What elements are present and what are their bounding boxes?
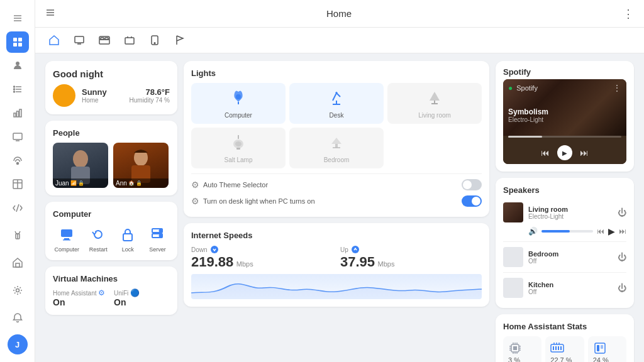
light-desk-label: Desk: [330, 112, 344, 119]
ha-stats-title: Home Assistant Stats: [503, 322, 626, 331]
svg-rect-80: [553, 346, 554, 350]
computer-card: Computer Computer: [45, 202, 177, 260]
svg-rect-61: [335, 144, 338, 148]
desk-pc-label: Turn on desk light when PC turns on: [203, 197, 458, 205]
person-ann-label: Ann 🏠 🔒: [113, 178, 169, 188]
user-avatar[interactable]: J: [8, 334, 28, 354]
speaker-bedroom-power-icon[interactable]: ⏻: [618, 252, 626, 262]
speed-row: Down 219.88 Mbps Up: [191, 245, 482, 270]
light-bedroom-label: Bedroom: [324, 156, 350, 163]
nav-display-icon[interactable]: [70, 31, 88, 49]
sidebar-item-chart[interactable]: [6, 102, 29, 124]
svg-rect-60: [236, 148, 240, 150]
auto-theme-icon: ⚙: [191, 180, 199, 190]
sidebar-item-notifications[interactable]: [6, 307, 29, 329]
toggle-auto-theme: ⚙ Auto Theme Selector: [191, 177, 482, 193]
light-computer[interactable]: Computer: [191, 83, 286, 124]
people-card: People Juan 📶 🔒: [45, 121, 177, 195]
sidebar-item-media[interactable]: [6, 126, 29, 148]
sidebar-item-settings[interactable]: [6, 279, 29, 302]
sidebar-item-dashboard[interactable]: [6, 31, 29, 53]
sidebar-item-tools[interactable]: [6, 224, 29, 246]
speaker-living-volume-row: 🔊 ⏮ ▶ ⏭: [503, 225, 626, 239]
light-bedroom[interactable]: Bedroom: [289, 128, 384, 168]
nav-bed-icon[interactable]: [96, 31, 113, 49]
svg-point-50: [160, 230, 162, 232]
person-ann[interactable]: Ann 🏠 🔒: [113, 143, 169, 188]
nav-phone-icon[interactable]: [146, 31, 164, 49]
sidebar-item-network[interactable]: [6, 150, 29, 172]
restart-btn[interactable]: Restart: [87, 224, 109, 253]
spotify-title: Spotify: [496, 61, 634, 79]
sidebar-menu-icon[interactable]: [6, 8, 29, 29]
speaker-living-power-icon[interactable]: ⏻: [618, 207, 626, 217]
sidebar-item-list[interactable]: [6, 79, 29, 100]
light-living[interactable]: Living room: [387, 83, 482, 124]
vms-title: Virtual Machines: [53, 274, 170, 283]
weather-location: Home: [82, 97, 107, 104]
svg-point-13: [13, 91, 14, 92]
volume-bar[interactable]: [541, 230, 593, 233]
svg-point-63: [211, 246, 218, 253]
spotify-prev-icon[interactable]: ⏮: [541, 148, 550, 158]
auto-theme-toggle[interactable]: [462, 179, 482, 190]
server-btn[interactable]: Server: [147, 224, 168, 253]
internet-card: Internet Speeds Down 219.88 Mbps: [184, 223, 489, 307]
sidebar: J: [0, 0, 35, 362]
spotify-play-icon[interactable]: ▶: [557, 145, 572, 160]
spotify-progress-bar[interactable]: [508, 136, 621, 138]
speakers-title: Speakers: [503, 185, 626, 195]
speed-graph: [191, 274, 482, 299]
nav-rooms-icon[interactable]: [121, 31, 138, 49]
speed-up-unit: Mbps: [378, 260, 395, 268]
lights-grid: Computer Desk: [191, 83, 482, 168]
header-options-icon[interactable]: ⋮: [623, 7, 634, 21]
svg-point-51: [160, 235, 162, 237]
desk-pc-toggle[interactable]: [462, 195, 482, 207]
vm-unifi[interactable]: UniFi 🔵 On: [114, 288, 170, 307]
speaker-kitchen-track: Off: [528, 288, 613, 295]
sidebar-item-person[interactable]: [6, 55, 29, 77]
header-menu-icon[interactable]: [45, 8, 55, 20]
spotify-track-name: Symbolism: [508, 107, 548, 116]
person-juan[interactable]: Juan 📶 🔒: [53, 143, 108, 188]
vm-ha[interactable]: Home Assistant ⚙ On: [53, 288, 109, 307]
stat-ram: 22.7 % RAM: [545, 336, 584, 362]
svg-rect-5: [13, 43, 17, 47]
speed-up-label: Up: [340, 245, 482, 254]
speaker-kitchen-thumb: [503, 278, 523, 298]
speaker-kitchen-power-icon[interactable]: ⏻: [618, 283, 626, 293]
svg-rect-44: [61, 229, 72, 237]
main-area: Home ⋮: [35, 0, 644, 362]
light-salt[interactable]: Salt Lamp: [191, 128, 286, 168]
page-title: Home: [63, 8, 615, 19]
svg-rect-17: [13, 133, 22, 140]
light-salt-icon: [230, 133, 247, 154]
spotify-options-icon[interactable]: ⋮: [613, 83, 621, 93]
speaker-play-icon[interactable]: ▶: [608, 226, 615, 236]
computer-label: Computer: [55, 246, 80, 253]
weather-condition: Sunny: [82, 87, 107, 97]
nav-flag-icon[interactable]: [171, 31, 189, 49]
speaker-back-icon[interactable]: ⏮: [597, 227, 604, 236]
speaker-next-icon[interactable]: ⏭: [619, 227, 626, 236]
computer-btn[interactable]: Computer: [55, 224, 80, 253]
nav-home-icon[interactable]: [45, 31, 63, 49]
sidebar-item-home[interactable]: [6, 251, 29, 274]
sidebar-item-dev[interactable]: [6, 197, 29, 219]
speaker-bedroom-info: Bedroom Off: [528, 250, 613, 265]
svg-rect-66: [513, 346, 517, 350]
spotify-next-icon[interactable]: ⏭: [580, 148, 589, 158]
speaker-kitchen: Kitchen Off ⏻: [503, 275, 626, 300]
light-bedroom-icon: [328, 133, 345, 154]
svg-rect-35: [105, 38, 108, 40]
lock-btn[interactable]: Lock: [117, 224, 138, 253]
light-desk[interactable]: Desk: [289, 83, 384, 124]
stat-storage: 24 % Storage: [588, 336, 626, 362]
computer-title: Computer: [53, 209, 170, 219]
sidebar-item-table[interactable]: [6, 173, 29, 195]
spotify-controls: ⏮ ▶ ⏭: [503, 141, 626, 164]
spotify-card: Spotify ● Spotify ⋮ Symbolism Electro-Li…: [496, 61, 634, 172]
computer-icon: [56, 224, 77, 245]
speed-down-unit: Mbps: [236, 260, 253, 268]
